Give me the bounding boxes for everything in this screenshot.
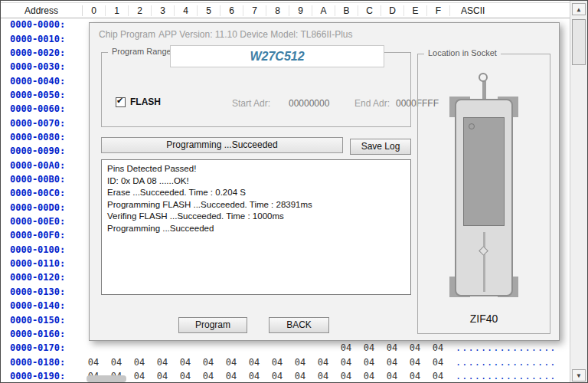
hex-byte[interactable] xyxy=(289,342,312,353)
hex-byte[interactable]: 04 xyxy=(335,357,358,368)
horizontal-scrollbar-thumb[interactable] xyxy=(87,375,126,382)
save-log-button[interactable]: Save Log xyxy=(350,139,411,155)
row-address: 0000-0150: xyxy=(1,315,82,326)
log-line: Programming ...Succeeded xyxy=(107,223,405,235)
hex-byte[interactable]: 04 xyxy=(403,342,426,353)
hex-byte[interactable]: 04 xyxy=(266,371,289,381)
hex-byte[interactable]: 04 xyxy=(220,371,243,381)
hex-byte[interactable]: 04 xyxy=(335,342,358,353)
hex-column-header: 7 xyxy=(243,5,266,16)
hex-byte[interactable]: 04 xyxy=(289,371,312,381)
row-address: 0000-00B0: xyxy=(1,174,82,185)
row-address: 0000-0170: xyxy=(1,342,82,353)
hex-byte[interactable]: 04 xyxy=(243,357,266,368)
flash-checkbox[interactable]: ✔ xyxy=(116,97,126,107)
hex-column-header: 0 xyxy=(83,5,106,16)
hex-byte[interactable]: 04 xyxy=(243,371,266,381)
program-button[interactable]: Program xyxy=(178,317,247,333)
hex-header: Address 0123456789ABCDEF ASCII xyxy=(1,2,570,18)
hex-row: 0000-0170:0404040404................ xyxy=(1,341,570,355)
hex-byte[interactable]: 04 xyxy=(174,371,197,381)
row-ascii[interactable]: ................ xyxy=(449,342,570,353)
hex-column-header: 6 xyxy=(220,5,243,16)
row-address: 0000-0020: xyxy=(1,47,82,58)
hex-byte[interactable]: 04 xyxy=(358,371,381,381)
row-address: 0000-00D0: xyxy=(1,202,82,213)
row-bytes: 0404040404 xyxy=(82,342,449,353)
socket-name: ZIF40 xyxy=(418,313,550,325)
hex-editor-window: Address 0123456789ABCDEF ASCII 0000-0000… xyxy=(0,0,588,383)
log-line: Verifing FLASH ...Succeeded. Time : 1000… xyxy=(107,211,405,223)
hex-column-header: 1 xyxy=(106,5,129,16)
hex-column-header: A xyxy=(312,5,335,16)
row-ascii[interactable]: ................ xyxy=(449,357,570,368)
row-address: 0000-0010: xyxy=(1,34,82,44)
scroll-down-icon[interactable]: ▼ xyxy=(572,369,586,381)
log-line: Erase ...Succeeded. Time : 0.204 S xyxy=(107,187,405,199)
back-button[interactable]: BACK xyxy=(269,317,329,333)
hex-byte[interactable]: 04 xyxy=(105,357,128,368)
log-output[interactable]: Pins Detected Passed!ID: 0x DA 08 ......… xyxy=(101,159,411,295)
hex-column-header: 3 xyxy=(152,5,175,16)
hex-byte[interactable]: 04 xyxy=(197,357,220,368)
hex-byte[interactable] xyxy=(82,342,105,353)
hex-column-header: 8 xyxy=(266,5,289,16)
hex-byte[interactable]: 04 xyxy=(266,357,289,368)
hex-byte[interactable] xyxy=(266,342,289,353)
row-address: 0000-0180: xyxy=(1,357,82,368)
row-address: 0000-0070: xyxy=(1,118,82,129)
hex-byte[interactable]: 04 xyxy=(403,357,426,368)
row-bytes: 04040404040404040404040404040404 xyxy=(82,357,449,368)
vertical-scrollbar[interactable]: ▲ ▼ xyxy=(570,1,587,383)
hex-byte[interactable]: 04 xyxy=(335,371,358,381)
hex-byte[interactable]: 04 xyxy=(289,357,312,368)
hex-byte[interactable]: 04 xyxy=(312,371,335,381)
hex-column-header: E xyxy=(404,5,427,16)
hex-byte[interactable]: 04 xyxy=(381,371,403,381)
chip-program-dialog: Chip Program APP Version: 11.10 Device M… xyxy=(89,22,560,341)
hex-byte[interactable]: 04 xyxy=(128,371,151,381)
hex-byte[interactable]: 04 xyxy=(197,371,220,381)
scroll-up-icon[interactable]: ▲ xyxy=(572,3,586,15)
hex-row: 0000-0180:040404040404040404040404040404… xyxy=(1,355,570,368)
hex-column-header: 4 xyxy=(175,5,198,16)
row-address: 0000-0050: xyxy=(1,90,82,100)
dialog-title-bar[interactable]: Chip Program APP Version: 11.10 Device M… xyxy=(90,23,559,44)
row-address: 0000-0140: xyxy=(1,300,82,311)
row-ascii[interactable]: ................ xyxy=(449,371,570,381)
hex-byte[interactable]: 04 xyxy=(358,342,381,353)
hex-byte[interactable] xyxy=(151,342,174,353)
hex-byte[interactable] xyxy=(243,342,266,353)
hex-byte[interactable] xyxy=(312,342,335,353)
hex-column-header: D xyxy=(381,5,404,16)
hex-byte[interactable]: 04 xyxy=(381,357,403,368)
vertical-scrollbar-thumb[interactable] xyxy=(572,19,586,65)
hex-byte[interactable]: 04 xyxy=(151,371,174,381)
hex-byte[interactable]: 04 xyxy=(82,357,105,368)
hex-byte[interactable] xyxy=(197,342,220,353)
hex-byte[interactable]: 04 xyxy=(312,357,335,368)
hex-byte[interactable]: 04 xyxy=(426,342,449,353)
hex-byte[interactable]: 04 xyxy=(151,357,174,368)
hex-byte[interactable] xyxy=(220,342,243,353)
hex-byte[interactable] xyxy=(105,342,128,353)
hex-byte[interactable]: 04 xyxy=(358,357,381,368)
hex-byte[interactable]: 04 xyxy=(426,371,449,381)
location-in-socket-label: Location in Socket xyxy=(424,48,501,57)
row-address: 0000-0130: xyxy=(1,286,82,297)
hex-byte[interactable]: 04 xyxy=(403,371,426,381)
hex-column-header: F xyxy=(427,5,450,16)
log-line: ID: 0x DA 08 ......OK! xyxy=(107,175,405,188)
hex-byte[interactable]: 04 xyxy=(426,357,449,368)
flash-option[interactable]: ✔ FLASH xyxy=(116,97,161,107)
end-adr-label: End Adr: xyxy=(354,98,390,109)
hex-byte[interactable]: 04 xyxy=(174,357,197,368)
hex-byte[interactable] xyxy=(174,342,197,353)
flash-label: FLASH xyxy=(130,97,161,107)
hex-byte[interactable]: 04 xyxy=(220,357,243,368)
hex-byte[interactable]: 04 xyxy=(381,342,403,353)
hex-byte[interactable]: 04 xyxy=(128,357,151,368)
start-adr-value: 00000000 xyxy=(289,98,329,109)
hex-byte[interactable] xyxy=(128,342,151,353)
row-address: 0000-00F0: xyxy=(1,230,82,241)
